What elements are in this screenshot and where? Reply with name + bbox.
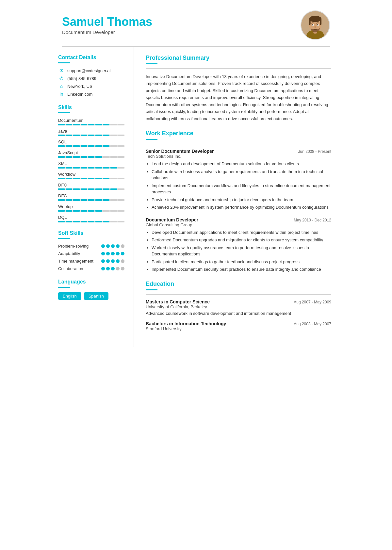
skill-name: Java [58, 129, 124, 134]
skill-segment [81, 199, 87, 201]
header-left: Samuel Thomas Documentum Developer [62, 15, 152, 35]
skill-bar [58, 156, 124, 158]
work-title: Work Experience [146, 130, 331, 137]
skill-name: Webtop [58, 204, 124, 209]
skill-segment [118, 135, 124, 136]
skill-segment [103, 167, 109, 169]
soft-skill-name: Time management [58, 259, 101, 264]
soft-skill-dot [116, 252, 120, 255]
skill-segment [118, 178, 124, 179]
job-bullet: Participated in client meetings to gathe… [152, 259, 331, 265]
contact-item: ✉support@cvdesigner.ai [58, 68, 124, 73]
skill-segment [58, 199, 65, 201]
skill-segment [103, 221, 109, 222]
contact-text: support@cvdesigner.ai [67, 68, 110, 73]
skill-segment [66, 210, 72, 212]
soft-skill-dots [101, 267, 124, 270]
soft-skill-dot [101, 259, 105, 263]
skill-item: Java [58, 129, 124, 136]
skill-bar [58, 135, 124, 136]
content: Professional Summary Innovative Document… [134, 47, 343, 347]
soft-skill-dot [101, 267, 105, 270]
job-entry: Senior Documentum Developer Jun 2008 - P… [146, 149, 331, 211]
soft-skill-dot [121, 252, 124, 255]
main-layout: Contact Details ✉support@cvdesigner.ai✆(… [49, 47, 343, 347]
summary-title: Professional Summary [146, 55, 331, 61]
job-bullet: Performed Documentum upgrades and migrat… [152, 237, 331, 243]
soft-skill-dot [121, 267, 124, 270]
skill-segment [81, 210, 87, 212]
soft-skill-dot [106, 267, 110, 270]
avatar [301, 10, 330, 40]
skill-item: Workflow [58, 172, 124, 179]
skill-segment [110, 156, 117, 158]
skill-segment [103, 135, 109, 136]
skill-segment [81, 124, 87, 125]
avatar-image [301, 10, 329, 40]
edu-degree: Bachelors in Information Technology [146, 321, 226, 326]
skill-segment [95, 124, 102, 125]
skill-segment [66, 135, 72, 136]
soft-skill-dot [111, 252, 115, 255]
skill-bar [58, 167, 124, 169]
contact-text: (555) 345-6789 [67, 76, 96, 81]
skill-segment [118, 124, 124, 125]
soft-skills-list: Problem-solvingAdaptabilityTime manageme… [58, 244, 124, 271]
job-bullet: Worked closely with quality assurance te… [152, 245, 331, 257]
svg-point-9 [312, 24, 313, 25]
summary-text: Innovative Documentum Developer with 13 … [146, 73, 331, 122]
skill-item: SQL [58, 139, 124, 147]
summary-section: Professional Summary Innovative Document… [146, 55, 331, 122]
skill-segment [58, 188, 65, 190]
soft-skill-dot [106, 244, 110, 248]
skill-name: Workflow [58, 172, 124, 177]
contact-icon: in [58, 91, 65, 97]
skill-segment [88, 178, 95, 179]
sidebar: Contact Details ✉support@cvdesigner.ai✆(… [49, 47, 134, 347]
skill-segment [110, 188, 117, 190]
languages-section: Languages EnglishSpanish [58, 279, 124, 300]
skill-segment [110, 135, 117, 136]
skill-name: JavaScript [58, 150, 124, 155]
skill-segment [66, 124, 72, 125]
soft-skill-dot [106, 252, 110, 255]
job-title: Senior Documentum Developer [146, 149, 214, 154]
job-bullet: Collaborate with business analysts to ga… [152, 169, 331, 181]
skill-segment [95, 135, 102, 136]
skill-bar [58, 188, 124, 190]
soft-skill-dot [116, 244, 120, 248]
svg-point-4 [309, 16, 321, 22]
contact-item: inLinkedIn.com [58, 91, 124, 97]
skill-segment [88, 199, 95, 201]
skill-segment [73, 135, 80, 136]
skill-segment [110, 199, 117, 201]
skill-segment [66, 156, 72, 158]
education-section: Education Masters in Computer Science Au… [146, 281, 331, 332]
soft-skill-dot [116, 259, 120, 263]
skill-segment [118, 156, 124, 158]
job-bullet: Implemented Documentum security best pra… [152, 266, 331, 273]
soft-skills-section: Soft Skills Problem-solvingAdaptabilityT… [58, 230, 124, 271]
job-header: Documentum Developer May 2010 - Dec 2012 [146, 217, 331, 222]
skills-section: Skills DocumentumJavaSQLJavaScriptXMLWor… [58, 105, 124, 222]
skill-segment [103, 210, 109, 212]
skill-segment [95, 178, 102, 179]
skill-segment [88, 167, 95, 169]
soft-skill-dots [101, 252, 124, 255]
job-entry: Documentum Developer May 2010 - Dec 2012… [146, 217, 331, 273]
skill-segment [73, 124, 80, 125]
summary-divider [146, 68, 331, 69]
skill-segment [88, 221, 95, 222]
skill-segment [88, 135, 95, 136]
work-section: Work Experience Senior Documentum Develo… [146, 130, 331, 273]
job-bullet: Implement custom Documentum workflows an… [152, 183, 331, 195]
job-company: Global Consulting Group [146, 222, 331, 227]
edu-school: Stanford University [146, 326, 331, 331]
work-divider [146, 144, 331, 144]
skill-segment [73, 145, 80, 147]
skill-segment [103, 145, 109, 147]
education-divider [146, 294, 331, 295]
skill-segment [66, 178, 72, 179]
skill-segment [110, 124, 117, 125]
edu-degree: Masters in Computer Science [146, 299, 210, 304]
